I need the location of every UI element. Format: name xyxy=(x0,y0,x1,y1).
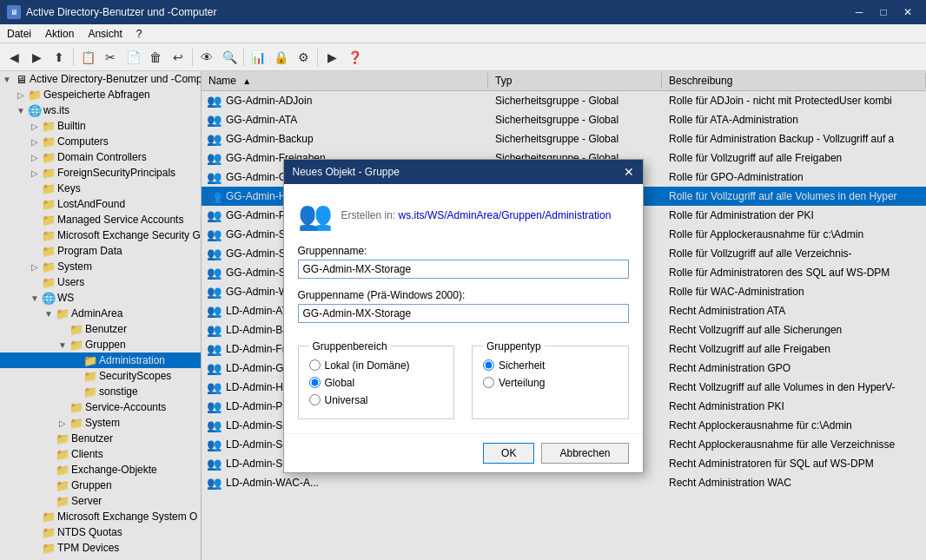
close-button[interactable]: ✕ xyxy=(896,4,919,20)
gruppenbereich-fieldset: Gruppenbereich Lokal (in Domäne) Global … xyxy=(298,340,455,419)
radio-lokal-label: Lokal (in Domäne) xyxy=(325,359,410,372)
radio-global-input[interactable] xyxy=(309,377,321,388)
gruppentyp-legend: Gruppentyp xyxy=(483,340,545,352)
dialog-footer: OK Abbrechen xyxy=(284,433,643,472)
tb-forward[interactable]: ▶ xyxy=(26,47,47,68)
cancel-button[interactable]: Abbrechen xyxy=(541,443,628,464)
window-title: Active Directory-Benutzer und -Computer xyxy=(26,6,216,18)
tb-security[interactable]: 🔒 xyxy=(270,47,291,68)
dialog-header-row: 👥 Erstellen in: ws.its/WS/AdminArea/Grup… xyxy=(298,198,629,233)
menu-aktion[interactable]: Aktion xyxy=(38,26,81,42)
fieldset-row: Gruppenbereich Lokal (in Domäne) Global … xyxy=(298,340,629,419)
dialog-titlebar: Neues Objekt - Gruppe ✕ xyxy=(284,160,643,184)
tb-back[interactable]: ◀ xyxy=(3,47,24,68)
tb-up[interactable]: ⬆ xyxy=(49,47,69,68)
menu-datei[interactable]: Datei xyxy=(0,26,38,42)
radio-universal-input[interactable] xyxy=(309,394,321,405)
radio-sicherheit: Sicherheit xyxy=(483,359,618,372)
app-icon: 🖥 xyxy=(7,5,21,19)
tb-undo[interactable]: ↩ xyxy=(168,47,189,68)
radio-lokal: Lokal (in Domäne) xyxy=(309,359,444,372)
radio-verteilung-input[interactable] xyxy=(483,377,494,388)
radio-verteilung: Verteilung xyxy=(483,377,618,389)
dialog-header-info: Erstellen in: ws.its/WS/AdminArea/Gruppe… xyxy=(341,209,612,221)
tb-cut[interactable]: ✂ xyxy=(100,47,121,68)
window-controls: ─ □ ✕ xyxy=(848,4,919,20)
dialog-close-button[interactable]: ✕ xyxy=(624,165,634,179)
radio-universal-label: Universal xyxy=(325,394,368,406)
title-bar: 🖥 Active Directory-Benutzer und -Compute… xyxy=(0,0,926,24)
radio-sicherheit-input[interactable] xyxy=(483,359,494,371)
dialog-body: 👥 Erstellen in: ws.its/WS/AdminArea/Grup… xyxy=(284,184,643,433)
tb-delete[interactable]: 🗑 xyxy=(145,47,166,68)
radio-sicherheit-label: Sicherheit xyxy=(499,359,545,372)
menu-help[interactable]: ? xyxy=(129,26,149,42)
radio-universal: Universal xyxy=(309,394,444,406)
new-object-dialog: Neues Objekt - Gruppe ✕ 👥 Erstellen in: … xyxy=(283,159,644,473)
menu-bar: Datei Aktion Ansicht ? xyxy=(0,24,926,43)
erstellen-value: ws.its/WS/AdminArea/Gruppen/Administrati… xyxy=(399,209,612,221)
radio-lokal-input[interactable] xyxy=(309,359,321,371)
tb-copy[interactable]: 📋 xyxy=(77,47,98,68)
dialog-group-icon: 👥 xyxy=(298,198,333,233)
gruppennam-pre-input[interactable] xyxy=(298,304,629,323)
gruppenbereich-legend: Gruppenbereich xyxy=(309,340,391,352)
ok-button[interactable]: OK xyxy=(483,443,534,464)
radio-verteilung-label: Verteilung xyxy=(499,377,545,389)
tb-search[interactable]: 🔍 xyxy=(219,47,240,68)
gruppentyp-fieldset: Gruppentyp Sicherheit Verteilung xyxy=(472,340,629,419)
dialog-overlay: Neues Objekt - Gruppe ✕ 👥 Erstellen in: … xyxy=(0,71,926,560)
gruppennam-pre-label: Gruppenname (Prä-Windows 2000): xyxy=(298,289,629,301)
menu-ansicht[interactable]: Ansicht xyxy=(81,26,129,42)
tb-run[interactable]: ▶ xyxy=(321,47,342,68)
tb-view[interactable]: 👁 xyxy=(196,47,217,68)
dialog-title: Neues Objekt - Gruppe xyxy=(293,166,400,178)
radio-global: Global xyxy=(309,377,444,389)
gruppennam-label: Gruppenname: xyxy=(298,245,629,257)
tb-properties[interactable]: 📊 xyxy=(248,47,268,68)
tb-paste[interactable]: 📄 xyxy=(122,47,143,68)
toolbar: ◀ ▶ ⬆ 📋 ✂ 📄 🗑 ↩ 👁 🔍 📊 🔒 ⚙ ▶ ❓ xyxy=(0,43,926,71)
maximize-button[interactable]: □ xyxy=(872,4,895,20)
tb-help[interactable]: ❓ xyxy=(344,47,365,68)
gruppennam-input[interactable] xyxy=(298,260,629,279)
minimize-button[interactable]: ─ xyxy=(848,4,870,20)
radio-global-label: Global xyxy=(325,377,355,389)
erstellen-label: Erstellen in: xyxy=(341,209,396,221)
tb-settings[interactable]: ⚙ xyxy=(293,47,314,68)
